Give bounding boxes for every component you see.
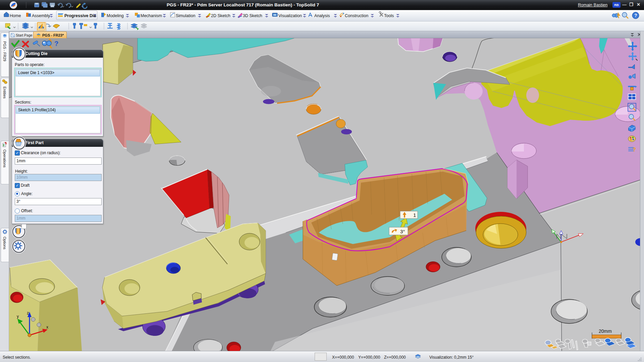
svg-text:1: 1 — [413, 212, 416, 218]
svg-text:z: z — [27, 311, 29, 315]
svg-text:?: ? — [54, 40, 58, 47]
svg-text:x: x — [46, 325, 48, 329]
svg-text:y: y — [17, 314, 19, 319]
svg-text:?: ? — [634, 13, 637, 18]
svg-text:?: ? — [633, 147, 636, 153]
svg-text:20mm: 20mm — [599, 328, 612, 334]
svg-text:3°: 3° — [400, 229, 405, 234]
